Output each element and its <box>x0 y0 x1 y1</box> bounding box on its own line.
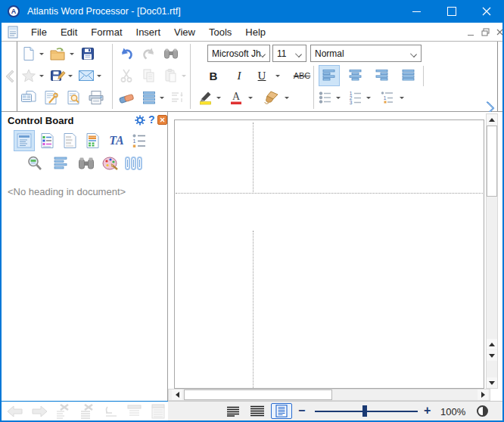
redo-button[interactable] <box>140 44 158 64</box>
underline-dropdown[interactable] <box>275 75 280 79</box>
tab-find[interactable] <box>76 153 97 174</box>
menu-edit[interactable]: Edit <box>54 26 84 38</box>
bullet-list-button[interactable] <box>316 88 334 107</box>
favorites-button[interactable] <box>20 66 38 85</box>
zoom-in-button[interactable]: + <box>424 404 431 417</box>
print-button[interactable] <box>87 88 105 107</box>
mdi-restore-button[interactable] <box>479 26 491 38</box>
forward-button[interactable] <box>30 405 48 418</box>
menu-tools[interactable]: Tools <box>202 26 238 38</box>
menu-help[interactable]: Help <box>238 26 272 38</box>
close-button[interactable] <box>469 0 504 23</box>
sort-button[interactable] <box>169 88 187 107</box>
tab-fonts[interactable]: TA <box>106 130 127 151</box>
undo-button[interactable] <box>117 44 135 64</box>
back-button[interactable] <box>6 405 24 418</box>
delete-heading-button[interactable] <box>54 404 73 419</box>
style-combobox[interactable]: Normal <box>310 45 422 62</box>
collapse-button[interactable] <box>126 404 144 419</box>
favorites-dropdown[interactable] <box>39 75 44 79</box>
tab-attachments[interactable] <box>123 153 144 174</box>
toolbar-scroll-left[interactable] <box>2 42 17 111</box>
open-document-button[interactable] <box>48 44 67 64</box>
format-painter-dropdown[interactable] <box>285 97 289 101</box>
italic-button[interactable]: I <box>230 66 248 85</box>
tab-colors[interactable] <box>100 153 121 174</box>
scroll-down-button[interactable] <box>487 377 497 388</box>
view-draft-button[interactable] <box>224 403 242 419</box>
underline-button[interactable]: U <box>253 66 271 85</box>
mdi-minimize-button[interactable] <box>465 26 477 38</box>
cut-button[interactable] <box>117 66 135 85</box>
numbered-list-dropdown[interactable] <box>366 97 371 101</box>
menu-insert[interactable]: Insert <box>129 26 168 38</box>
paste-dropdown[interactable] <box>182 75 186 79</box>
vertical-scrollbar[interactable] <box>486 113 498 389</box>
tab-headings[interactable] <box>14 130 35 151</box>
save-as-button[interactable] <box>48 66 67 85</box>
font-color-button[interactable]: A <box>227 88 245 107</box>
bullet-list-dropdown[interactable] <box>336 97 341 101</box>
save-as-dropdown[interactable] <box>68 75 73 79</box>
strikethrough-button[interactable]: ABC <box>289 66 315 85</box>
control-board-close-button[interactable] <box>157 115 167 125</box>
scroll-up-button[interactable] <box>487 114 497 125</box>
multilevel-list-button[interactable]: 1 <box>378 88 397 107</box>
tab-sections[interactable] <box>82 130 103 151</box>
find-button[interactable] <box>162 44 180 64</box>
tab-zoom[interactable] <box>24 153 45 174</box>
save-button[interactable] <box>79 44 97 64</box>
tab-paragraphs[interactable] <box>50 153 71 174</box>
highlight-button[interactable] <box>197 88 215 107</box>
next-page-button[interactable] <box>487 350 497 361</box>
print-preview-button[interactable] <box>64 88 82 107</box>
previous-page-button[interactable] <box>487 339 497 349</box>
contrast-toggle[interactable] <box>477 405 488 417</box>
tab-styles[interactable] <box>36 130 58 151</box>
open-document-dropdown[interactable] <box>70 53 74 57</box>
tab-index-entries[interactable] <box>59 130 80 151</box>
view-web-layout-button[interactable] <box>248 403 266 419</box>
new-document-button[interactable] <box>20 44 38 64</box>
expand-all-button[interactable] <box>150 403 166 420</box>
copy-button[interactable] <box>140 66 158 85</box>
menu-format[interactable]: Format <box>84 26 129 38</box>
font-color-dropdown[interactable] <box>248 97 253 101</box>
bold-button[interactable]: B <box>204 66 222 85</box>
menu-file[interactable]: File <box>24 26 54 38</box>
view-print-layout-button[interactable] <box>271 403 292 419</box>
justify-button[interactable] <box>398 65 419 86</box>
vertical-scroll-thumb[interactable] <box>487 126 497 197</box>
settings-gear-icon[interactable] <box>135 115 145 126</box>
zoom-out-button[interactable]: − <box>298 404 305 417</box>
new-document-dropdown[interactable] <box>39 53 44 57</box>
eraser-button[interactable] <box>117 88 135 107</box>
zoom-slider-thumb[interactable] <box>362 405 367 417</box>
align-center-button[interactable] <box>345 65 366 86</box>
email-button[interactable] <box>77 66 95 85</box>
horizontal-scroll-thumb[interactable] <box>184 389 332 400</box>
page-setup-button[interactable] <box>42 88 60 107</box>
align-right-button[interactable] <box>372 65 393 86</box>
delete-all-headings-button[interactable] <box>79 404 97 419</box>
align-left-button[interactable] <box>319 65 340 86</box>
line-spacing-dropdown[interactable] <box>160 97 164 101</box>
line-spacing-button[interactable] <box>140 88 158 107</box>
email-dropdown[interactable] <box>97 75 101 79</box>
tab-numbering[interactable]: 1 <box>129 130 150 151</box>
paste-button[interactable] <box>162 66 180 85</box>
multilevel-list-dropdown[interactable] <box>400 97 404 101</box>
font-size-combobox[interactable]: 11 <box>272 45 306 62</box>
document-page[interactable] <box>174 119 484 389</box>
scroll-left-button[interactable] <box>172 389 182 400</box>
maximize-button[interactable] <box>434 0 469 23</box>
format-painter-button[interactable] <box>262 88 280 107</box>
numbered-list-button[interactable]: 1 2 3 <box>347 88 365 107</box>
scroll-right-button[interactable] <box>478 389 488 400</box>
horizontal-scrollbar[interactable] <box>168 389 490 401</box>
font-name-combobox[interactable]: Microsoft Jh <box>207 45 270 62</box>
help-icon[interactable]: ? <box>148 113 155 126</box>
menu-view[interactable]: View <box>167 26 202 38</box>
highlight-dropdown[interactable] <box>216 97 221 101</box>
properties-button[interactable] <box>20 88 38 107</box>
